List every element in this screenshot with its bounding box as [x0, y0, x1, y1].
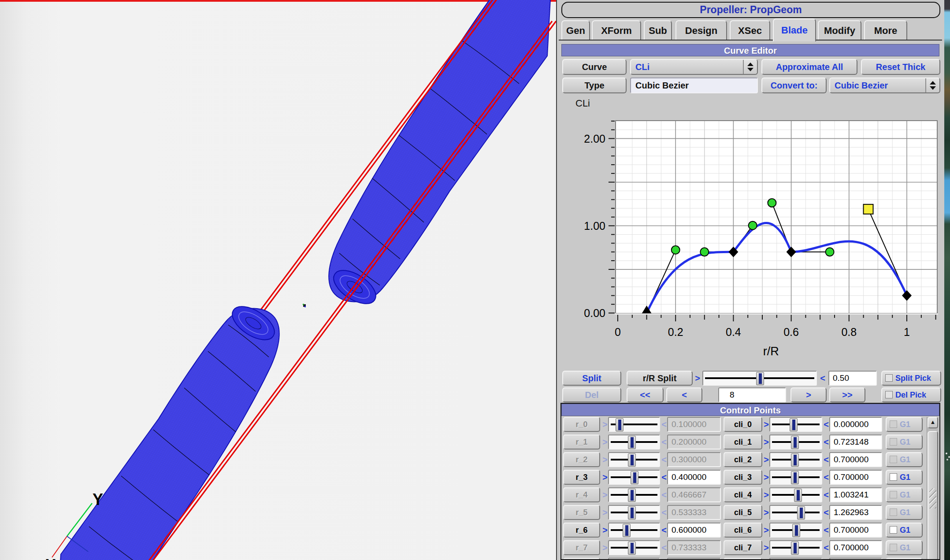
control-point-circle[interactable] [672, 246, 680, 254]
r-label-button[interactable]: r_6 [563, 523, 600, 538]
r-slider[interactable] [608, 505, 660, 520]
r-slider[interactable] [608, 470, 660, 485]
rr-split-button[interactable]: r/R Split [627, 371, 693, 386]
split-pick-checkbox[interactable]: Split Pick [881, 371, 941, 386]
r-slider[interactable] [608, 417, 660, 432]
type-button[interactable]: Type [562, 77, 627, 93]
tab-more[interactable]: More [864, 20, 907, 40]
cli-slider-handle[interactable] [791, 436, 799, 449]
control-point-circle[interactable] [768, 199, 776, 207]
curve-select-spinner[interactable] [743, 60, 757, 74]
tab-modify[interactable]: Modify [818, 20, 861, 40]
cli-value-field[interactable]: 0.700000 [829, 540, 882, 555]
rr-split-slider-handle[interactable] [756, 372, 764, 385]
r-slider-handle[interactable] [628, 436, 636, 449]
slider-left-arrow-icon[interactable]: > [763, 540, 769, 555]
convert-to-select[interactable]: Cubic Bezier [829, 77, 940, 93]
cli-label-button[interactable]: cli_0 [724, 417, 762, 432]
cli-value-field[interactable]: 0.700000 [829, 470, 882, 485]
cli-value-field[interactable]: 0.700000 [829, 523, 882, 538]
slider-left-arrow-icon[interactable]: > [763, 505, 769, 520]
r-slider-handle[interactable] [623, 524, 631, 537]
cli-slider-handle[interactable] [791, 471, 799, 484]
control-points-scrollbar[interactable]: ▲ [927, 417, 939, 559]
cli-slider-handle[interactable] [791, 453, 799, 467]
r-value-field[interactable]: 0.600000 [667, 523, 721, 538]
checkbox-icon[interactable] [890, 473, 897, 481]
cli-slider-handle[interactable] [794, 489, 802, 502]
slider-left-arrow-icon[interactable]: > [763, 452, 769, 467]
split-value-field[interactable]: 0.50 [828, 371, 877, 386]
slider-left-arrow-icon[interactable]: > [602, 523, 608, 538]
cli-value-field[interactable]: 1.003241 [829, 487, 882, 502]
cli-value-field[interactable]: 1.262963 [829, 505, 882, 520]
slider-left-arrow-icon[interactable]: > [763, 435, 769, 449]
r-label-button[interactable]: r_3 [563, 470, 600, 485]
checkbox-icon[interactable] [890, 526, 897, 534]
r-label-button[interactable] [563, 558, 600, 560]
g1-checkbox[interactable]: G1 [886, 470, 923, 485]
r-slider-handle[interactable] [628, 542, 636, 555]
cli-slider-handle[interactable] [791, 542, 799, 555]
cli-label-button[interactable] [724, 558, 762, 560]
r-slider[interactable] [608, 452, 660, 467]
r-label-button[interactable]: r_5 [563, 505, 600, 520]
curve-button[interactable]: Curve [562, 59, 627, 75]
r-label-button[interactable]: r_0 [563, 417, 600, 432]
slider-right-arrow-icon[interactable]: < [823, 452, 829, 467]
prev-point-button[interactable]: < [666, 387, 702, 402]
last-point-button[interactable]: >> [829, 387, 865, 402]
slider-right-arrow-icon[interactable]: < [823, 558, 829, 560]
r-slider-handle[interactable] [631, 471, 638, 484]
r-label-button[interactable]: r_7 [563, 540, 600, 555]
split-button[interactable]: Split [562, 371, 621, 386]
cli-slider[interactable] [769, 505, 822, 520]
cli-slider[interactable] [769, 487, 822, 502]
slider-left-arrow-icon[interactable]: > [694, 371, 701, 386]
selected-point-square[interactable] [864, 204, 873, 214]
slider-left-arrow-icon[interactable]: > [763, 558, 769, 560]
point-index-field[interactable]: 8 [718, 387, 786, 402]
slider-left-arrow-icon[interactable]: > [763, 523, 769, 538]
slider-right-arrow-icon[interactable]: < [823, 417, 829, 432]
slider-right-arrow-icon[interactable]: < [823, 505, 829, 520]
cli-value-field[interactable]: 0.723148 [829, 435, 882, 449]
scrollbar-up-icon[interactable]: ▲ [928, 417, 938, 428]
slider-right-arrow-icon[interactable]: < [823, 470, 829, 485]
cli-value-field[interactable]: 0.000000 [829, 417, 882, 432]
cli-label-button[interactable]: cli_4 [724, 487, 762, 502]
slider-left-arrow-icon[interactable]: > [763, 417, 769, 432]
cli-slider[interactable] [769, 435, 822, 449]
r-slider[interactable] [608, 558, 660, 560]
slider-right-arrow-icon[interactable]: < [823, 487, 829, 502]
g1-checkbox[interactable]: G1 [886, 523, 923, 538]
cli-slider-handle[interactable] [790, 418, 798, 431]
tab-xsec[interactable]: XSec [730, 20, 770, 40]
cli-slider[interactable] [769, 523, 822, 538]
slider-right-arrow-icon[interactable]: < [823, 435, 829, 449]
r-value-field[interactable]: 0.400000 [667, 470, 721, 485]
slider-right-arrow-icon[interactable]: < [820, 371, 826, 386]
cli-label-button[interactable]: cli_5 [724, 505, 762, 520]
tab-blade[interactable]: Blade [773, 18, 816, 41]
cli-label-button[interactable]: cli_1 [724, 435, 762, 449]
next-point-button[interactable]: > [790, 387, 827, 402]
slider-right-arrow-icon[interactable]: < [661, 523, 667, 538]
r-slider[interactable] [608, 540, 660, 555]
tab-gen[interactable]: Gen [561, 20, 590, 40]
r-label-button[interactable]: r_4 [563, 487, 600, 502]
r-slider[interactable] [608, 523, 660, 538]
curve-select[interactable]: CLi [630, 59, 758, 75]
cli-value-field[interactable]: 0.700000 [829, 452, 882, 467]
cli-slider-handle[interactable] [797, 506, 805, 519]
reset-thick-button[interactable]: Reset Thick [861, 59, 940, 75]
cli-value-field[interactable] [829, 558, 882, 560]
slider-right-arrow-icon[interactable]: < [661, 470, 667, 485]
r-slider-handle[interactable] [628, 453, 636, 467]
r-slider[interactable] [608, 487, 660, 502]
checkbox-icon[interactable] [885, 391, 893, 398]
convert-to-spinner[interactable] [925, 78, 939, 92]
r-label-button[interactable]: r_2 [563, 452, 600, 467]
tab-design[interactable]: Design [675, 20, 727, 40]
cli-slider[interactable] [769, 452, 822, 467]
